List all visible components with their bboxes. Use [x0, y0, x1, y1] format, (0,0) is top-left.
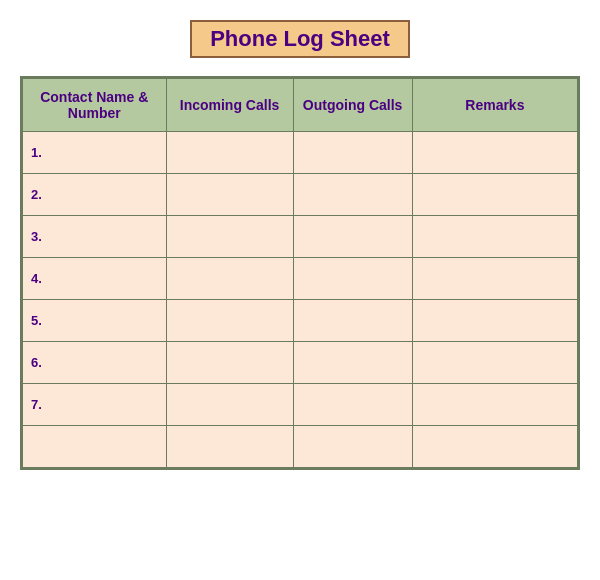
- incoming-cell[interactable]: [166, 300, 293, 342]
- table-row: 6.: [23, 342, 578, 384]
- remarks-cell[interactable]: [412, 174, 577, 216]
- incoming-cell[interactable]: [166, 132, 293, 174]
- page-title: Phone Log Sheet: [190, 20, 410, 58]
- header-remarks: Remarks: [412, 79, 577, 132]
- table-row: 2.: [23, 174, 578, 216]
- incoming-cell[interactable]: [166, 174, 293, 216]
- incoming-cell[interactable]: [166, 216, 293, 258]
- row-num-cell: 6.: [23, 342, 167, 384]
- incoming-cell[interactable]: [166, 342, 293, 384]
- phone-log-table: Contact Name &Number Incoming Calls Outg…: [20, 76, 580, 470]
- table-row: 7.: [23, 384, 578, 426]
- table-row: 1.: [23, 132, 578, 174]
- row-num-cell: 2.: [23, 174, 167, 216]
- remarks-cell[interactable]: [412, 342, 577, 384]
- header-incoming: Incoming Calls: [166, 79, 293, 132]
- row-num-cell: 1.: [23, 132, 167, 174]
- row-num-cell: 5.: [23, 300, 167, 342]
- outgoing-cell[interactable]: [293, 384, 412, 426]
- outgoing-cell[interactable]: [293, 426, 412, 468]
- remarks-cell[interactable]: [412, 384, 577, 426]
- outgoing-cell[interactable]: [293, 132, 412, 174]
- remarks-cell[interactable]: [412, 132, 577, 174]
- table-row: 5.: [23, 300, 578, 342]
- incoming-cell[interactable]: [166, 384, 293, 426]
- remarks-cell[interactable]: [412, 216, 577, 258]
- row-num-cell: 3.: [23, 216, 167, 258]
- outgoing-cell[interactable]: [293, 174, 412, 216]
- remarks-cell[interactable]: [412, 426, 577, 468]
- table-row: [23, 426, 578, 468]
- table-row: 3.: [23, 216, 578, 258]
- outgoing-cell[interactable]: [293, 342, 412, 384]
- outgoing-cell[interactable]: [293, 300, 412, 342]
- incoming-cell[interactable]: [166, 258, 293, 300]
- outgoing-cell[interactable]: [293, 258, 412, 300]
- incoming-cell[interactable]: [166, 426, 293, 468]
- remarks-cell[interactable]: [412, 300, 577, 342]
- row-num-cell: 4.: [23, 258, 167, 300]
- header-outgoing: Outgoing Calls: [293, 79, 412, 132]
- remarks-cell[interactable]: [412, 258, 577, 300]
- row-num-cell: 7.: [23, 384, 167, 426]
- table-row: 4.: [23, 258, 578, 300]
- row-num-cell: [23, 426, 167, 468]
- outgoing-cell[interactable]: [293, 216, 412, 258]
- header-contact: Contact Name &Number: [23, 79, 167, 132]
